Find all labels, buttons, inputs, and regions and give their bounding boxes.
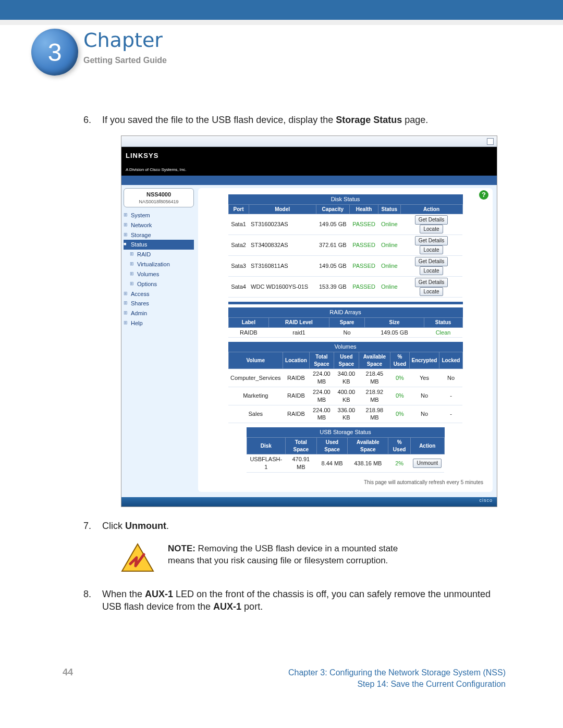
sidebar: NSS4000 NAS0018f8056419 System Network S… bbox=[121, 185, 196, 497]
screenshot-footer: cisco bbox=[121, 497, 497, 507]
volume-row: Computer_ServicesRAIDB224.00 MB340.00 KB… bbox=[228, 369, 462, 387]
nav-access[interactable]: Access bbox=[124, 289, 194, 299]
disk-row: Sata2 ST3400832AS 372.61 GB PASSED Onlin… bbox=[228, 235, 462, 256]
brand-sub: A Division of Cisco Systems, Inc. bbox=[126, 167, 186, 172]
usb-storage-table: USB Storage Status Disk Total Space Used… bbox=[247, 427, 445, 473]
disk-status-table: Disk Status Port Model Capacity Health S… bbox=[228, 194, 463, 298]
device-model: NSS4000 bbox=[127, 191, 190, 199]
th-pct: % Used bbox=[390, 352, 409, 369]
cisco-logo: cisco bbox=[479, 497, 493, 503]
chapter-title: Chapter bbox=[83, 29, 167, 52]
nav-admin[interactable]: Admin bbox=[124, 309, 194, 318]
th-raid-level: RAID Level bbox=[269, 318, 329, 328]
th-port: Port bbox=[228, 204, 249, 214]
th-total: Total Space bbox=[309, 352, 334, 369]
disk-row: Sata3 ST3160811AS 149.05 GB PASSED Onlin… bbox=[228, 256, 462, 277]
nav-virtualization[interactable]: Virtualization bbox=[124, 260, 194, 269]
locate-button[interactable]: Locate bbox=[420, 266, 443, 276]
disk-row: Sata1 ST3160023AS 149.05 GB PASSED Onlin… bbox=[228, 214, 462, 235]
refresh-note: This page will automatically refresh eve… bbox=[203, 477, 487, 488]
volumes-table: Volumes Volume Location Total Space Used… bbox=[228, 342, 463, 423]
nav-raid[interactable]: RAID bbox=[124, 250, 194, 260]
th-health: Health bbox=[350, 204, 378, 214]
th-status: Status bbox=[378, 204, 400, 214]
step-6: If you saved the file to the USB flash d… bbox=[83, 114, 500, 507]
raid-caption: RAID Arrays bbox=[228, 307, 463, 317]
th-lock: Locked bbox=[439, 352, 462, 369]
screenshot-storage-status: LINKSYS A Division of Cisco Systems, Inc… bbox=[121, 135, 497, 507]
th-volume: Volume bbox=[228, 352, 283, 369]
nav-storage[interactable]: Storage bbox=[124, 230, 194, 240]
th-usb-pct: % Used bbox=[388, 438, 411, 454]
main-panel: ? Disk Status Port Model Capacity Health… bbox=[198, 188, 493, 492]
locate-button[interactable]: Locate bbox=[420, 245, 443, 255]
th-raid-status: Status bbox=[424, 318, 462, 328]
volumes-caption: Volumes bbox=[228, 342, 463, 352]
step6-post: page. bbox=[402, 115, 428, 125]
th-usb-avail: Available Space bbox=[348, 438, 388, 454]
nav-list: System Network Storage Status RAID Virtu… bbox=[124, 211, 194, 328]
warning-icon bbox=[121, 543, 154, 572]
th-enc: Encrypted bbox=[409, 352, 439, 369]
note-label: NOTE: bbox=[168, 544, 195, 553]
step6-bold: Storage Status bbox=[336, 115, 402, 125]
device-box: NSS4000 NAS0018f8056419 bbox=[124, 188, 194, 207]
chapter-subtitle: Getting Sarted Guide bbox=[83, 56, 167, 65]
nav-options[interactable]: Options bbox=[124, 279, 194, 289]
usb-caption: USB Storage Status bbox=[247, 427, 445, 437]
raid-row: RAIDB raid1 No 149.05 GB Clean bbox=[228, 327, 462, 338]
th-label: Label bbox=[228, 318, 269, 328]
nav-volumes[interactable]: Volumes bbox=[124, 269, 194, 279]
locate-button[interactable]: Locate bbox=[420, 287, 443, 297]
brand-logo: LINKSYS bbox=[126, 152, 158, 159]
locate-button[interactable]: Locate bbox=[420, 225, 443, 234]
th-usb-action: Action bbox=[410, 438, 444, 454]
volume-row: MarketingRAIDB224.00 MB400.00 KB218.92 M… bbox=[228, 387, 462, 405]
usb-row: USBFLASH-1 470.91 MB 8.44 MB 438.16 MB 2… bbox=[247, 454, 444, 473]
nav-network[interactable]: Network bbox=[124, 220, 194, 230]
step6-pre: If you saved the file to the USB flash d… bbox=[102, 115, 336, 125]
th-action: Action bbox=[400, 204, 462, 214]
step-7: Click Unmount. NOTE: Removing the USB fl… bbox=[83, 520, 500, 572]
volume-row: SalesRAIDB224.00 MB336.00 KB218.98 MB0%N… bbox=[228, 405, 462, 423]
th-usb-total: Total Space bbox=[286, 438, 317, 454]
step7-post: . bbox=[166, 521, 169, 531]
th-location: Location bbox=[283, 352, 310, 369]
get-details-button[interactable]: Get Details bbox=[415, 278, 448, 287]
nav-status[interactable]: Status bbox=[124, 240, 194, 250]
get-details-button[interactable]: Get Details bbox=[415, 215, 448, 225]
th-disk: Disk bbox=[247, 438, 286, 454]
th-usb-used: Used Space bbox=[316, 438, 348, 454]
note-text: NOTE: Removing the USB flash device in a… bbox=[168, 543, 423, 567]
th-spare: Spare bbox=[329, 318, 365, 328]
header-stripe bbox=[121, 176, 497, 185]
raid-arrays-table: RAID Arrays Label RAID Level Spare Size … bbox=[228, 307, 463, 338]
unmount-button[interactable]: Unmount bbox=[413, 459, 442, 468]
step7-bold: Unmount bbox=[125, 521, 166, 531]
nav-system[interactable]: System bbox=[124, 211, 194, 220]
window-titlebar bbox=[121, 136, 497, 147]
nav-shares[interactable]: Shares bbox=[124, 299, 194, 309]
get-details-button[interactable]: Get Details bbox=[415, 257, 448, 266]
step-8: When the AUX-1 LED on the front of the c… bbox=[83, 588, 500, 613]
get-details-button[interactable]: Get Details bbox=[415, 236, 448, 245]
chapter-badge: 3 bbox=[31, 29, 78, 76]
th-capacity: Capacity bbox=[316, 204, 349, 214]
th-used: Used Space bbox=[334, 352, 359, 369]
step7-pre: Click bbox=[102, 521, 125, 531]
device-serial: NAS0018f8056419 bbox=[127, 199, 190, 205]
help-icon[interactable]: ? bbox=[479, 190, 488, 200]
th-size: Size bbox=[365, 318, 424, 328]
disk-row: Sata4 WDC WD1600YS-01S 153.39 GB PASSED … bbox=[228, 277, 462, 298]
th-model: Model bbox=[249, 204, 316, 214]
th-avail: Available Space bbox=[359, 352, 390, 369]
disk-status-caption: Disk Status bbox=[228, 194, 463, 204]
note-body: Removing the USB flash device in a mount… bbox=[168, 544, 398, 565]
top-banner bbox=[0, 0, 563, 20]
nav-help[interactable]: Help bbox=[124, 318, 194, 328]
